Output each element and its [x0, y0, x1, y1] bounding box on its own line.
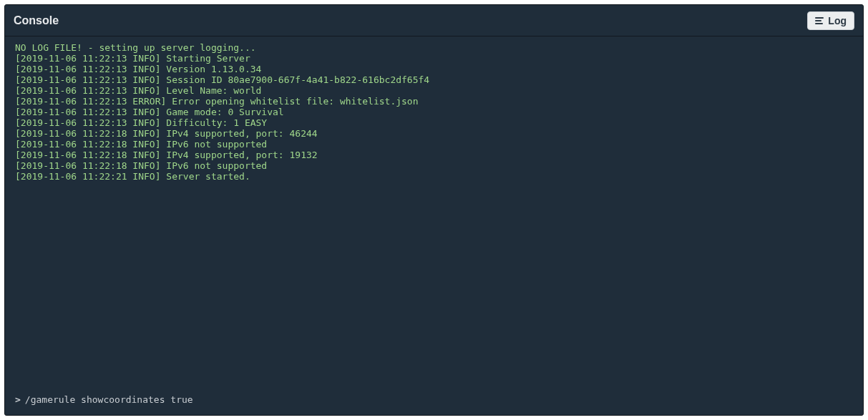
log-line: [2019-11-06 11:22:18 INFO] IPv6 not supp… — [15, 139, 853, 150]
log-line: [2019-11-06 11:22:13 INFO] Starting Serv… — [15, 53, 853, 64]
log-line: [2019-11-06 11:22:21 INFO] Server starte… — [15, 171, 853, 182]
log-button-label: Log — [828, 15, 847, 26]
log-line: [2019-11-06 11:22:13 INFO] Difficulty: 1… — [15, 117, 853, 128]
log-line: [2019-11-06 11:22:18 INFO] IPv4 supporte… — [15, 128, 853, 139]
log-line: [2019-11-06 11:22:13 INFO] Level Name: w… — [15, 85, 853, 96]
console-header: Console Log — [5, 5, 863, 36]
menu-icon — [815, 17, 824, 24]
prompt-symbol: > — [15, 394, 21, 405]
panel-title: Console — [14, 14, 59, 27]
log-line: [2019-11-06 11:22:18 INFO] IPv4 supporte… — [15, 150, 853, 160]
console-panel: Console Log NO LOG FILE! - setting up se… — [4, 4, 864, 416]
log-button[interactable]: Log — [807, 11, 854, 30]
log-line: NO LOG FILE! - setting up server logging… — [15, 42, 853, 53]
log-line: [2019-11-06 11:22:13 INFO] Game mode: 0 … — [15, 107, 853, 117]
command-input[interactable] — [25, 394, 853, 405]
console-input-row: > — [5, 387, 863, 415]
log-line: [2019-11-06 11:22:13 INFO] Session ID 80… — [15, 74, 853, 85]
console-output[interactable]: NO LOG FILE! - setting up server logging… — [5, 36, 863, 387]
log-line: [2019-11-06 11:22:18 INFO] IPv6 not supp… — [15, 160, 853, 171]
log-line: [2019-11-06 11:22:13 ERROR] Error openin… — [15, 96, 853, 107]
log-line: [2019-11-06 11:22:13 INFO] Version 1.13.… — [15, 64, 853, 74]
